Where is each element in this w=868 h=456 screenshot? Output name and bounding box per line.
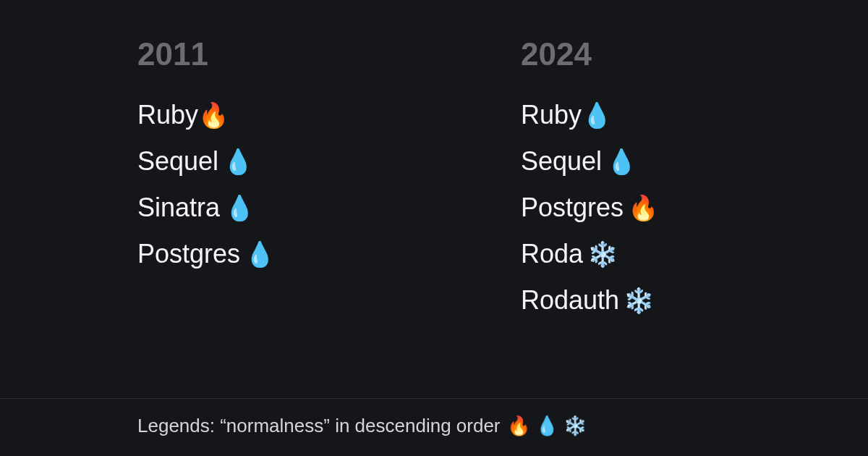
fire-icon: 🔥 [628, 193, 658, 222]
snowflake-icon: ❄️ [587, 240, 618, 269]
list-item: Ruby 🔥 [137, 100, 485, 130]
item-label: Sequel [521, 146, 602, 177]
legend-text: Legends: “normalness” in descending orde… [137, 415, 501, 436]
comparison-slide: 2011 Ruby 🔥 Sequel 💧 Sinatra 💧 Postgres … [0, 0, 868, 456]
item-label: Postgres [137, 239, 240, 269]
list-item: Sequel 💧 [521, 146, 868, 177]
list-item: Rodauth ❄️ [521, 285, 868, 316]
list-item: Postgres 🔥 [521, 193, 868, 223]
columns-wrapper: 2011 Ruby 🔥 Sequel 💧 Sinatra 💧 Postgres … [0, 0, 868, 398]
legend-icons: 🔥 💧 ❄️ [507, 415, 587, 436]
list-2011: Ruby 🔥 Sequel 💧 Sinatra 💧 Postgres 💧 [137, 100, 485, 269]
item-label: Ruby [137, 100, 198, 130]
list-2024: Ruby 💧 Sequel 💧 Postgres 🔥 Roda ❄️ Rodau… [521, 100, 868, 316]
list-item: Ruby 💧 [521, 100, 868, 130]
droplet-icon: 💧 [223, 147, 253, 176]
item-label: Sequel [137, 146, 218, 177]
droplet-icon: 💧 [224, 193, 255, 222]
item-label: Ruby [521, 100, 582, 130]
list-item: Roda ❄️ [521, 239, 868, 269]
item-label: Rodauth [521, 285, 619, 316]
year-heading-left: 2011 [137, 36, 485, 72]
column-2024: 2024 Ruby 💧 Sequel 💧 Postgres 🔥 Roda ❄️ [485, 36, 868, 384]
snowflake-icon: ❄️ [624, 286, 654, 315]
item-label: Sinatra [137, 193, 220, 223]
footer: Legends: “normalness” in descending orde… [0, 398, 868, 456]
item-label: Roda [521, 239, 583, 269]
list-item: Sinatra 💧 [137, 193, 485, 223]
year-heading-right: 2024 [521, 36, 868, 72]
droplet-icon: 💧 [244, 240, 275, 269]
droplet-icon: 💧 [606, 147, 637, 176]
column-2011: 2011 Ruby 🔥 Sequel 💧 Sinatra 💧 Postgres … [0, 36, 485, 384]
list-item: Sequel 💧 [137, 146, 485, 177]
list-item: Postgres 💧 [137, 239, 485, 269]
droplet-icon: 💧 [582, 101, 612, 130]
legend: Legends: “normalness” in descending orde… [137, 415, 868, 437]
item-label: Postgres [521, 193, 624, 223]
fire-icon: 🔥 [198, 101, 229, 130]
